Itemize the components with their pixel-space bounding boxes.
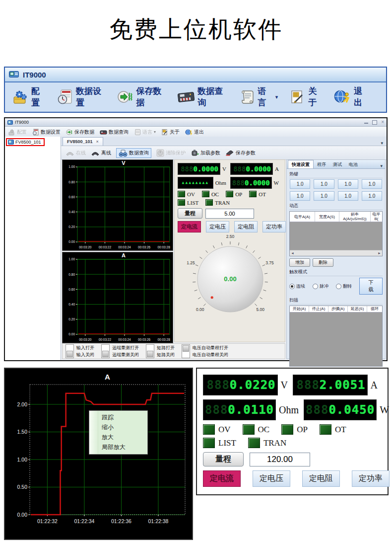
short-toggle[interactable] <box>146 344 154 358</box>
offline-button[interactable]: 离线 <box>91 150 111 156</box>
tab-close-icon[interactable]: × <box>96 139 99 144</box>
toolbar-data-query[interactable]: 数据查询 <box>100 129 129 136</box>
cr-mode-button[interactable]: 定电阻 <box>234 221 258 232</box>
cc-mode-button[interactable]: 定电流 <box>203 470 241 487</box>
add-button[interactable]: 增加 <box>289 258 310 267</box>
config-button[interactable]: 配置 <box>12 85 46 108</box>
language-button[interactable]: 语言 ▾ <box>239 85 278 108</box>
cv-mode-button[interactable]: 定电压 <box>253 470 290 487</box>
cr-mode-button[interactable]: 定电阻 <box>302 470 340 487</box>
exit-button[interactable]: 退出 <box>333 85 368 108</box>
cv-mode-button[interactable]: 定电压 <box>206 221 229 232</box>
banner-titlebar: IT9000 <box>5 68 386 82</box>
menu-item-zoom-out[interactable]: 缩小 <box>102 423 147 432</box>
tab-test[interactable]: 测试 <box>329 160 345 168</box>
current-knob[interactable]: 0.001.252.503.755.000.00 <box>178 233 283 322</box>
protection-indicators: OV OC OP OT <box>178 191 283 197</box>
radio-toggle[interactable]: 翻转 <box>336 283 359 290</box>
range-input[interactable] <box>250 453 310 466</box>
range-input[interactable] <box>205 209 254 219</box>
tab-quick-setup[interactable]: 快速设置 <box>288 160 314 168</box>
dynamic-hscrollbar[interactable]: ◄ ► <box>290 250 382 256</box>
window-controls: × <box>364 120 384 125</box>
tab-battery[interactable]: 电池 <box>345 160 361 168</box>
autorange-toggle[interactable] <box>182 344 190 358</box>
tab-device[interactable]: FV8500_101 × <box>63 137 103 146</box>
hotkey-button[interactable]: 1.0 <box>290 179 310 189</box>
tree-item-device[interactable]: FV8500_101 <box>6 138 45 146</box>
save-params-icon <box>225 150 234 156</box>
close-icon[interactable]: × <box>381 120 384 125</box>
save-data-button[interactable]: 保存数据 <box>117 85 167 108</box>
remote-sense-toggle[interactable] <box>101 344 110 358</box>
col-delay: 延迟(S) <box>348 306 367 311</box>
svg-text:1.00: 1.00 <box>17 457 28 463</box>
range-button[interactable]: 量程 <box>203 452 244 466</box>
tab-strip: FV8500_101 × ▾ <box>61 137 387 146</box>
about-button[interactable]: 关于 <box>289 85 323 108</box>
ov-label: OV <box>218 425 231 435</box>
hotkey-button[interactable]: 1.0 <box>290 191 310 201</box>
zoomed-display-panel: 8880.0220 V 8882.0051 A 8880.0110 Ohm 88… <box>196 368 389 495</box>
hotkey-button[interactable]: 1.0 <box>362 179 382 189</box>
load-params-button[interactable]: 加载参数 <box>191 149 220 157</box>
cp-mode-button[interactable]: 定功率 <box>262 221 286 232</box>
range-button[interactable]: 量程 <box>178 208 202 219</box>
cc-mode-button[interactable]: 定电流 <box>178 221 201 232</box>
scroll-left-icon[interactable]: ◄ <box>291 251 294 255</box>
data-query-icon <box>100 129 107 136</box>
language-icon <box>239 88 256 105</box>
download-button[interactable]: 下载 <box>359 278 383 295</box>
toolbar-exit[interactable]: 退出 <box>185 129 204 136</box>
cp-mode-button[interactable]: 定功率 <box>352 470 390 487</box>
radio-pulse[interactable]: 脉冲 <box>313 283 336 290</box>
save-params-button[interactable]: 保存参数 <box>225 150 256 156</box>
menu-item-partial-zoom[interactable]: 局部放大 <box>102 443 147 452</box>
toolbar-save-data[interactable]: 保存数据 <box>66 129 94 136</box>
delete-button[interactable]: 删除 <box>313 258 333 267</box>
settings-dropdown-icon[interactable]: ▾ <box>380 163 383 168</box>
svg-text:00:03:26: 00:03:26 <box>138 245 151 249</box>
svg-text:0.50: 0.50 <box>17 484 28 490</box>
input-toggle[interactable] <box>65 344 74 358</box>
toolbar-config[interactable]: 配置 <box>8 129 27 136</box>
minimize-icon[interactable] <box>364 123 368 124</box>
window-title: IT9000 <box>15 120 29 125</box>
exit-icon <box>185 129 193 136</box>
menu-item-track[interactable]: 跟踪 <box>102 413 147 422</box>
svg-text:0.80: 0.80 <box>68 273 75 276</box>
list-label: LIST <box>218 438 236 448</box>
clear-protect-button[interactable]: 清除保护 <box>156 149 186 157</box>
svg-text:3.75: 3.75 <box>265 260 274 265</box>
online-button[interactable]: 在线 <box>65 150 86 156</box>
data-setup-button[interactable]: 数据设置 <box>57 85 106 108</box>
scan-table-body[interactable] <box>290 312 382 366</box>
hotkey-button[interactable]: 1.0 <box>338 191 358 201</box>
data-query-button[interactable]: 数据查询 <box>116 148 151 158</box>
tab-program[interactable]: 程序 <box>314 160 329 168</box>
language-label: 语言 <box>258 85 272 108</box>
hotkey-button[interactable]: 1.0 <box>314 179 334 189</box>
ot-led-icon <box>320 424 331 435</box>
toolbar-about[interactable]: 关于 <box>161 129 180 136</box>
toolbar-data-setup[interactable]: 数据设置 <box>32 129 61 136</box>
dynamic-table: 电平A(A) 宽度A(S) 斜率A(A/(uS/mS)) 电平B( ◄ ► <box>289 211 383 256</box>
instrument-icon <box>9 71 19 78</box>
scroll-right-icon[interactable]: ► <box>378 251 381 255</box>
dynamic-table-body[interactable] <box>290 222 382 250</box>
hotkey-button[interactable]: 1.0 <box>362 191 382 201</box>
svg-text:0.00: 0.00 <box>224 275 236 283</box>
data-query-button[interactable]: 数据查询 <box>177 85 227 108</box>
hotkey-button[interactable]: 1.0 <box>338 179 358 189</box>
tabstrip-dropdown-icon[interactable]: ▾ <box>381 141 383 146</box>
hotkey-button[interactable]: 1.0 <box>314 191 334 201</box>
language-dropdown-icon[interactable]: ▾ <box>275 94 278 100</box>
voltage-value: 0.0220 <box>230 378 276 392</box>
power-value: 0.0000 <box>245 179 270 187</box>
menu-item-zoom-in[interactable]: 放大 <box>102 433 147 442</box>
radio-continuous[interactable]: 连续 <box>289 283 313 290</box>
toolbar-language[interactable]: 语言 ▾ <box>134 129 156 136</box>
restore-icon[interactable] <box>372 120 377 125</box>
ov-label: OV <box>187 191 195 197</box>
oc-label: OC <box>258 425 270 435</box>
